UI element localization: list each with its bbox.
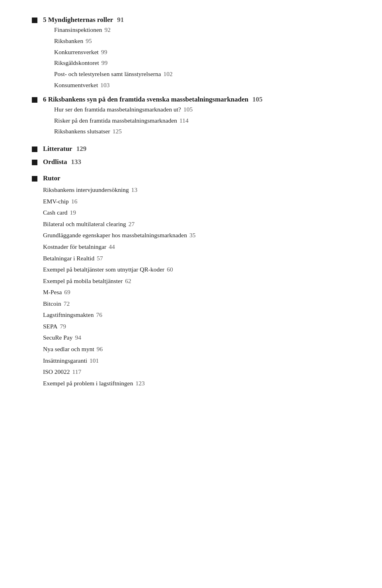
- chapter-6-block: 6 Riksbankens syn på den framtida svensk…: [32, 96, 350, 138]
- chapter-6-subitems: Hur ser den framtida massbetalningsmarkn…: [43, 105, 350, 137]
- rutor-item-1: EMV-chip16: [43, 196, 350, 207]
- chapter-6-title: 6 Riksbankens syn på den framtida svensk…: [43, 96, 248, 104]
- rutor-item-0: Riksbankens intervjuundersökning13: [43, 185, 350, 195]
- chapter-6-content: 6 Riksbankens syn på den framtida svensk…: [43, 96, 350, 138]
- rutor-item-10: Bitcoin72: [43, 299, 350, 309]
- chapter-6-page: 105: [252, 96, 263, 104]
- ordlista-content: Ordlista 133: [43, 158, 350, 167]
- rutor-item-12: SEPA79: [43, 321, 350, 332]
- ordlista-block: Ordlista 133: [32, 158, 350, 167]
- ordlista-heading: Ordlista 133: [43, 158, 350, 166]
- rutor-heading: Rutor: [43, 174, 350, 182]
- rutor-item-13: SecuRe Pay94: [43, 332, 350, 343]
- rutor-item-6: Betalningar i Realtid57: [43, 253, 350, 264]
- rutor-item-5: Kostnader för betalningar44: [43, 242, 350, 252]
- chapter-6-heading: 6 Riksbankens syn på den framtida svensk…: [43, 96, 350, 104]
- rutor-item-7: Exempel på betaltjänster som utnyttjar Q…: [43, 264, 350, 275]
- litteratur-bullet: [32, 147, 37, 152]
- rutor-item-8: Exempel på mobila betaltjänster62: [43, 276, 350, 286]
- chapter-6-subitem-2: Riksbankens slutsatser125: [43, 127, 350, 137]
- rutor-item-3: Bilateral och multilateral clearing27: [43, 219, 350, 229]
- rutor-item-4: Grundläggande egenskaper hos massbetalni…: [43, 230, 350, 240]
- chapter-5-subitem-4: Post- och telestyrelsen samt länsstyrels…: [43, 69, 350, 79]
- litteratur-block: Litteratur 129: [32, 145, 350, 154]
- chapter-5-bullet: [32, 18, 37, 23]
- rutor-block: Rutor Riksbankens intervjuundersökning13…: [32, 174, 350, 389]
- rutor-item-9: M-Pesa69: [43, 287, 350, 297]
- ordlista-page: 133: [71, 158, 81, 166]
- rutor-item-11: Lagstiftningsmakten76: [43, 310, 350, 320]
- ordlista-bullet: [32, 160, 37, 165]
- rutor-content: Rutor Riksbankens intervjuundersökning13…: [43, 174, 350, 389]
- chapter-5-heading: 5 Myndigheternas roller 91: [43, 16, 350, 24]
- rutor-item-15: Insättningsgaranti101: [43, 356, 350, 366]
- chapter-5-title: 5 Myndigheternas roller: [43, 16, 113, 24]
- chapter-5-subitem-2: Konkurrensverket99: [43, 47, 350, 57]
- rutor-item-14: Nya sedlar och mynt96: [43, 344, 350, 354]
- chapter-6-subitem-1: Risker på den framtida massbetalningsmar…: [43, 116, 350, 126]
- chapter-5-page: 91: [117, 16, 124, 24]
- litteratur-heading: Litteratur 129: [43, 145, 350, 153]
- chapter-5-block: 5 Myndigheternas roller 91 Finansinspekt…: [32, 16, 350, 92]
- chapter-5-subitem-1: Riksbanken95: [43, 36, 350, 46]
- rutor-item-16: ISO 20022117: [43, 367, 350, 377]
- rutor-item-17: Exempel på problem i lagstiftningen123: [43, 378, 350, 389]
- litteratur-content: Litteratur 129: [43, 145, 350, 154]
- litteratur-title: Litteratur: [43, 145, 72, 153]
- rutor-item-2: Cash card19: [43, 207, 350, 218]
- chapter-5-subitem-0: Finansinspektionen92: [43, 25, 350, 35]
- chapter-5-subitem-3: Riksgäldskontoret99: [43, 58, 350, 68]
- litteratur-page: 129: [76, 145, 87, 153]
- chapter-5-subitem-5: Konsumentverket103: [43, 80, 350, 90]
- chapter-6-bullet: [32, 97, 37, 103]
- chapter-5-content: 5 Myndigheternas roller 91 Finansinspekt…: [43, 16, 350, 92]
- chapter-5-subitems: Finansinspektionen92 Riksbanken95 Konkur…: [43, 25, 350, 90]
- rutor-bullet: [32, 176, 37, 182]
- chapter-6-subitem-0: Hur ser den framtida massbetalningsmarkn…: [43, 105, 350, 115]
- ordlista-title: Ordlista: [43, 158, 67, 166]
